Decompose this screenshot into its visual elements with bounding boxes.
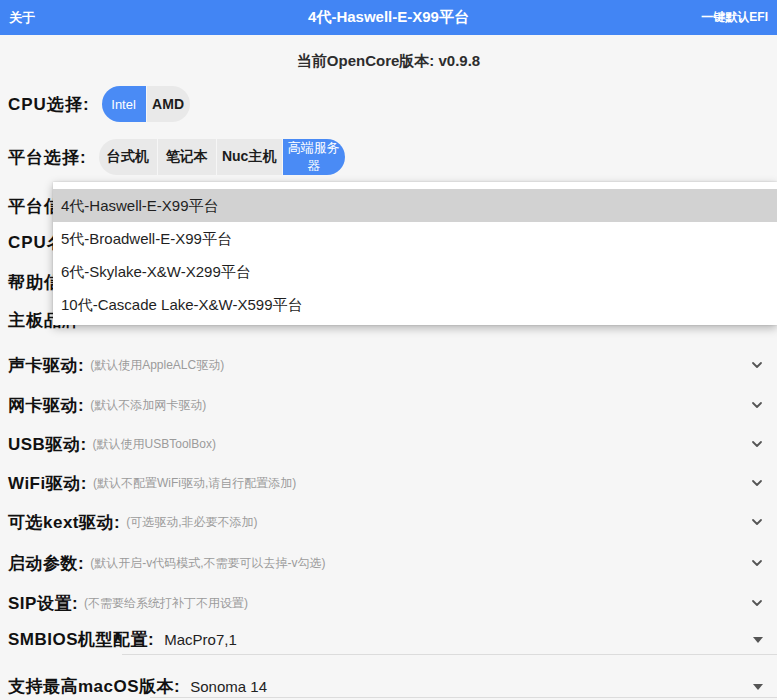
sip-settings-row[interactable]: SIP设置: (不需要给系统打补丁不用设置) [0, 590, 777, 616]
wifi-driver-row[interactable]: WiFi驱动: (默认不配置WiFi驱动,请自行配置添加) [0, 470, 777, 496]
default-efi-button[interactable]: 一键默认EFI [701, 9, 768, 26]
boot-args-label: 启动参数: [8, 552, 84, 575]
sip-settings-label: SIP设置: [8, 592, 78, 615]
ethernet-driver-hint: (默认不添加网卡驱动) [90, 397, 206, 414]
usb-driver-hint: (默认使用USBToolBox) [93, 436, 216, 453]
platform-option-nuc[interactable]: Nuc主机 [217, 139, 282, 175]
ethernet-driver-label: 网卡驱动: [8, 394, 84, 417]
platform-option-laptop[interactable]: 笔记本 [158, 139, 216, 175]
usb-driver-row[interactable]: USB驱动: (默认使用USBToolBox) [0, 431, 777, 457]
about-button[interactable]: 关于 [9, 9, 35, 27]
dropdown-option-skylake[interactable]: 6代-Skylake-X&W-X299平台 [53, 255, 777, 288]
macos-select-underline [150, 697, 777, 698]
header-bar: 关于 4代-Haswell-E-X99平台 一键默认EFI [0, 0, 777, 35]
platform-dropdown-menu: 4代-Haswell-E-X99平台 5代-Broadwell-E-X99平台 … [53, 182, 777, 325]
audio-driver-row[interactable]: 声卡驱动: (默认使用AppleALC驱动) [0, 352, 777, 378]
chevron-down-icon[interactable] [749, 357, 765, 373]
ethernet-driver-row[interactable]: 网卡驱动: (默认不添加网卡驱动) [0, 392, 777, 418]
wifi-driver-hint: (默认不配置WiFi驱动,请自行配置添加) [93, 475, 296, 492]
dropdown-caret-icon[interactable] [753, 684, 763, 690]
page-title: 4代-Haswell-E-X99平台 [0, 8, 777, 27]
platform-option-desktop[interactable]: 台式机 [99, 139, 157, 175]
cpu-segmented-control: Intel AMD [102, 86, 190, 122]
chevron-down-icon[interactable] [749, 595, 765, 611]
macos-version-row: 支持最高macOS版本: Sonoma 14 [0, 673, 777, 699]
boot-args-hint: (默认开启-v代码模式,不需要可以去掉-v勾选) [90, 555, 325, 572]
optional-kext-label: 可选kext驱动: [8, 511, 120, 534]
cpu-option-intel[interactable]: Intel [102, 86, 146, 122]
opencore-config-window: 关于 4代-Haswell-E-X99平台 一键默认EFI 当前OpenCore… [0, 0, 777, 700]
dropdown-option-cascadelake[interactable]: 10代-Cascade Lake-X&W-X599平台 [53, 288, 777, 321]
smbios-select[interactable]: MacPro7,1 [164, 631, 237, 648]
platform-select-row: 平台选择: 台式机 笔记本 Nuc主机 高端服务器 [8, 139, 345, 175]
platform-option-server[interactable]: 高端服务器 [283, 139, 345, 175]
wifi-driver-label: WiFi驱动: [8, 472, 87, 495]
platform-select-label: 平台选择: [8, 146, 87, 169]
cpu-option-amd[interactable]: AMD [147, 86, 190, 122]
audio-driver-hint: (默认使用AppleALC驱动) [90, 357, 224, 374]
dropdown-option-broadwell[interactable]: 5代-Broadwell-E-X99平台 [53, 222, 777, 255]
sip-settings-hint: (不需要给系统打补丁不用设置) [84, 595, 248, 612]
macos-version-select[interactable]: Sonoma 14 [190, 678, 267, 695]
chevron-down-icon[interactable] [749, 397, 765, 413]
opencore-version-text: 当前OpenCore版本: v0.9.8 [0, 52, 777, 71]
cpu-select-row: CPU选择: Intel AMD [8, 86, 190, 122]
cpu-select-label: CPU选择: [8, 93, 90, 116]
chevron-down-icon[interactable] [749, 436, 765, 452]
macos-version-label: 支持最高macOS版本: [8, 675, 180, 698]
chevron-down-icon[interactable] [749, 475, 765, 491]
dropdown-option-haswell[interactable]: 4代-Haswell-E-X99平台 [53, 189, 777, 222]
platform-segmented-control: 台式机 笔记本 Nuc主机 高端服务器 [99, 139, 345, 175]
smbios-select-row: SMBIOS机型配置: MacPro7,1 [0, 626, 777, 652]
audio-driver-label: 声卡驱动: [8, 354, 84, 377]
usb-driver-label: USB驱动: [8, 433, 87, 456]
chevron-down-icon[interactable] [749, 514, 765, 530]
optional-kext-hint: (可选驱动,非必要不添加) [126, 514, 257, 531]
dropdown-caret-icon[interactable] [753, 637, 763, 643]
smbios-label: SMBIOS机型配置: [8, 628, 154, 651]
optional-kext-row[interactable]: 可选kext驱动: (可选驱动,非必要不添加) [0, 509, 777, 535]
smbios-select-underline [122, 654, 777, 655]
chevron-down-icon[interactable] [749, 555, 765, 571]
boot-args-row[interactable]: 启动参数: (默认开启-v代码模式,不需要可以去掉-v勾选) [0, 550, 777, 576]
